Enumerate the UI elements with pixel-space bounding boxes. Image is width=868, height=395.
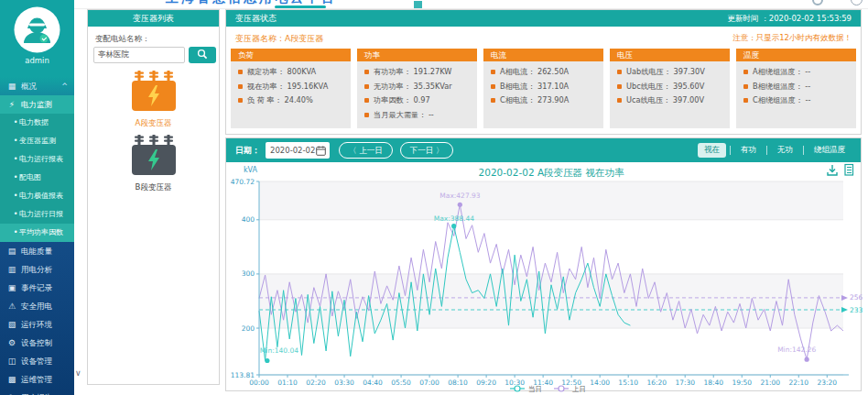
transformer-item-label: A段变压器 [88, 118, 219, 129]
bullet-icon [364, 84, 369, 89]
bullet-icon [491, 70, 495, 74]
sidebar-item-平均功率因数[interactable]: •平均功率因数 [0, 224, 74, 242]
x-tick-label: 08:10 [448, 379, 468, 387]
username-label: admin [0, 56, 74, 65]
sidebar-item-安全用电[interactable]: ⚠安全用电 [0, 297, 74, 315]
menu-scroll-down-icon[interactable]: ∨ [75, 368, 81, 378]
prev-day-button[interactable]: 〈 上一日 [339, 142, 393, 159]
sidebar-item-label: 运维管理 [21, 370, 52, 389]
station-name-input[interactable] [93, 47, 185, 63]
sidebar-item-概况[interactable]: ▦概况^ [0, 77, 74, 95]
card-body: A相绕组温度： --B相绕组温度： --C相绕组温度： -- [736, 61, 856, 128]
sidebar-item-电力监测[interactable]: ⚡电力监测 [0, 95, 74, 114]
sidebar-item-设备管理[interactable]: ◫设备管理 [0, 352, 74, 370]
x-tick-label: 04:40 [363, 379, 383, 387]
next-day-button[interactable]: 下一日 〉 [400, 142, 454, 159]
sidebar-item-label: 电能质量 [21, 242, 52, 260]
sidebar-item-用户报告[interactable]: ✎用户报告 [0, 389, 74, 395]
device-control-icon: ⚙ [6, 334, 17, 352]
card-metric: 负 荷 率： 24.40% [238, 95, 345, 105]
sidebar-item-label: 用户报告 [21, 389, 52, 395]
card-metric: 无功功率： 35.35KVar [364, 82, 472, 92]
x-tick-label: 01:10 [277, 379, 298, 387]
annotation-label: Max:427.93 [439, 192, 481, 200]
avatar[interactable] [13, 5, 61, 54]
nav-grid-icon[interactable] [414, 1, 422, 8]
card-metric: Uab线电压： 397.30V [617, 67, 724, 77]
bullet-icon [491, 98, 495, 103]
maintenance-icon: ▩ [6, 370, 17, 389]
date-input[interactable]: 2020-02-02 [266, 142, 330, 159]
card-body: 额定功率： 800KVA视在功率： 195.16KVA负 荷 率： 24.40% [231, 61, 351, 128]
bullet-icon [364, 113, 369, 117]
collapse-chevron-icon[interactable]: ^ [61, 78, 68, 96]
environment-icon: ▧ [6, 315, 17, 334]
power-monitor-icon: ⚡ [6, 95, 17, 114]
transformer-item-A段变压器[interactable]: A段变压器 [88, 71, 219, 129]
sidebar-item-配电图[interactable]: •配电图 [0, 169, 74, 187]
user-avatar-icon[interactable] [851, 0, 863, 5]
bullet-icon [743, 98, 748, 103]
tab-视在[interactable]: 视在 [698, 143, 726, 158]
sidebar-item-事件记录[interactable]: ▣事件记录 [0, 279, 74, 297]
card-metric: Uca线电压： 397.00V [617, 95, 724, 105]
sidebar-item-运行环境[interactable]: ▧运行环境 [0, 315, 74, 334]
sidebar-menu: ▦概况^⚡电力监测•电力数据•变压器监测•电力运行报表•配电图•电力极值报表•电… [0, 77, 74, 395]
grid-band [259, 181, 843, 220]
card-metric: C相绕组温度： -- [743, 95, 851, 105]
date-value: 2020-02-02 [266, 146, 316, 155]
sidebar-item-电力数据[interactable]: •电力数据 [0, 114, 74, 132]
bullet-icon [617, 70, 622, 74]
power-quality-icon: ▤ [6, 242, 17, 260]
tab-有功[interactable]: 有功 [734, 143, 763, 158]
sidebar-item-电能质量[interactable]: ▤电能质量 [0, 242, 74, 260]
sidebar-item-电力运行日报[interactable]: •电力运行日报 [0, 205, 74, 224]
x-tick-label: 15:10 [618, 379, 638, 387]
transformer-items: A段变压器B段变压器 [88, 71, 219, 199]
x-tick-label: 22:10 [788, 379, 808, 387]
annotation-dot [265, 358, 269, 363]
sidebar-item-电力运行报表[interactable]: •电力运行报表 [0, 150, 74, 169]
transformer-list-header: 变压器列表 [88, 10, 219, 27]
x-tick-label: 05:50 [391, 379, 411, 387]
tab-separator [766, 146, 767, 155]
x-tick-label: 17:30 [675, 379, 695, 387]
sidebar-item-运维管理[interactable]: ▩运维管理 [0, 370, 74, 389]
tab-绕组温度[interactable]: 绕组温度 [808, 143, 852, 158]
data-view-icon[interactable] [845, 165, 853, 176]
alarm-bell-icon[interactable] [812, 0, 823, 5]
transformer-item-B段变压器[interactable]: B段变压器 [88, 135, 219, 193]
x-tick-label: 16:20 [646, 379, 667, 387]
card-metric: 有功功率： 191.27KW [364, 67, 472, 77]
chart-controlbar: 日期： 2020-02-02 〈 上一日 下一日 〉 视在有功无功绕组温度 [226, 138, 861, 162]
card-title: 温度 [736, 49, 856, 61]
tab-separator [803, 146, 804, 155]
chart-tabs: 视在有功无功绕组温度 [698, 143, 852, 158]
annotation-label: Min:142.26 [777, 346, 816, 354]
y-tick-label: 200 [242, 324, 255, 333]
bullet-icon [491, 84, 495, 89]
annotation-label: Min:140.04 [260, 346, 298, 355]
card-body: 有功功率： 191.27KW无功功率： 35.35KVar功率因数： 0.97当… [357, 61, 477, 128]
search-button[interactable] [189, 47, 216, 63]
status-card-温度: 温度A相绕组温度： --B相绕组温度： --C相绕组温度： -- [736, 49, 856, 128]
sidebar-item-变压器监测[interactable]: •变压器监测 [0, 132, 74, 150]
sidebar-item-用电分析[interactable]: ▥用电分析 [0, 260, 74, 279]
sidebar-item-电力极值报表[interactable]: •电力极值报表 [0, 187, 74, 205]
sidebar-item-设备控制[interactable]: ⚙设备控制 [0, 334, 74, 352]
notice-text: 注意：只显示12小时内有效数据！ [732, 33, 852, 44]
bullet-icon [364, 70, 369, 74]
sidebar-item-label: 事件记录 [21, 279, 52, 297]
average-arrow-icon [841, 295, 848, 301]
calendar-icon [316, 146, 326, 156]
user-report-icon: ✎ [6, 389, 17, 395]
tab-separator [730, 146, 731, 155]
download-icon[interactable] [828, 165, 837, 175]
status-card-负荷: 负荷额定功率： 800KVA视在功率： 195.16KVA负 荷 率： 24.4… [231, 49, 351, 128]
date-label: 日期： [235, 145, 260, 157]
transformer-status-header: 变压器状态 更新时间 ：2020-02-02 15:53:59 [226, 10, 861, 27]
update-time: 更新时间 ：2020-02-02 15:53:59 [728, 10, 852, 27]
chart-title: 2020-02-02 A段变压器 视在功率 [479, 167, 624, 178]
sidebar-item-label: 电力数据 [19, 114, 49, 132]
tab-无功[interactable]: 无功 [771, 143, 799, 158]
